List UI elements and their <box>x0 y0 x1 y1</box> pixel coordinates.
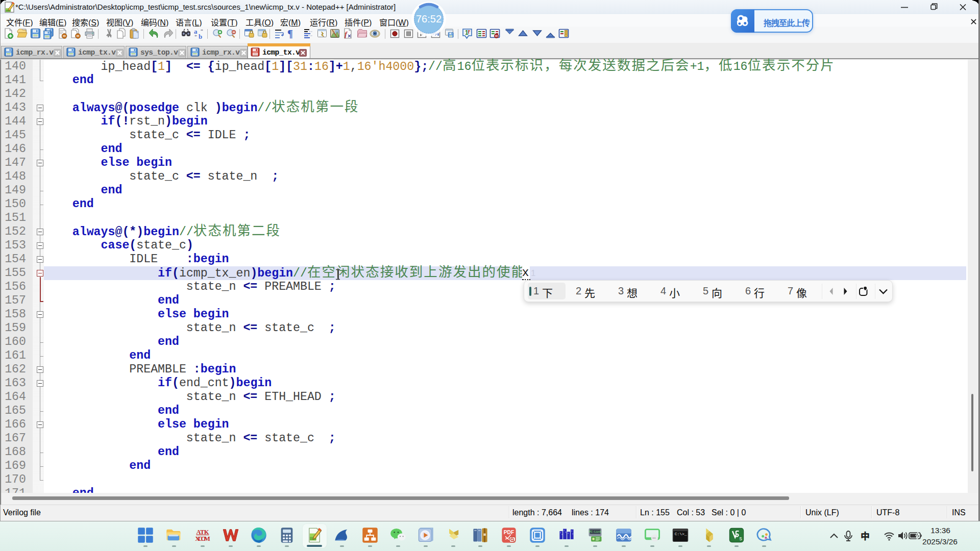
svg-text:中: 中 <box>861 530 870 542</box>
svg-text:XCOM: XCOM <box>195 535 210 542</box>
svg-text:PC-Link: PC-Link <box>589 530 601 534</box>
svg-text:76:52: 76:52 <box>416 13 442 24</box>
svg-text:C:\>_: C:\>_ <box>675 532 687 536</box>
svg-text:PDF: PDF <box>504 530 514 535</box>
svg-text:a: a <box>194 28 198 35</box>
svg-text:ATK: ATK <box>197 529 209 536</box>
svg-text:b: b <box>199 33 202 39</box>
svg-text:1: 1 <box>465 29 469 36</box>
svg-text:5: 5 <box>740 536 742 541</box>
svg-text:¶: ¶ <box>287 28 293 39</box>
